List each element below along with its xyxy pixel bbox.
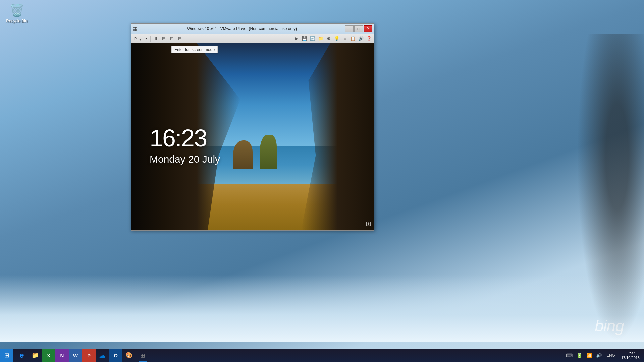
taskbar-clock[interactable]: 17:37 17/10/2013 — [619, 351, 642, 360]
toolbar-right-section: ▶ 💾 🔄 📁 ⚙ 💡 🖥 📋 🔊 ❓ — [293, 35, 373, 42]
keyboard-tray-icon[interactable]: ⌨ — [565, 352, 574, 359]
recycle-bin-label: Recycle Bin — [6, 19, 27, 23]
taskbar-apps: e 📁 X N W P ☁ O 🎨 ▦ — [13, 349, 565, 362]
lockscreen-date: Monday 20 July — [150, 154, 220, 165]
taskbar-outlook[interactable]: O — [109, 349, 122, 362]
toolbar-right-btn-7[interactable]: 🖥 — [341, 35, 348, 42]
toolbar-right-btn-4[interactable]: 📁 — [317, 35, 324, 42]
vmware-titlebar[interactable]: ▦ Windows 10 x64 - VMware Player (Non-co… — [131, 24, 374, 34]
taskbar-word[interactable]: W — [69, 349, 82, 362]
vm-resolution-icon[interactable]: ⊞ — [366, 220, 371, 228]
vmware-player-window: ▦ Windows 10 x64 - VMware Player (Non-co… — [131, 23, 374, 231]
player-label: Player — [134, 37, 145, 41]
player-dropdown-icon: ▾ — [145, 36, 147, 41]
taskbar-vmware[interactable]: ▦ — [136, 349, 149, 362]
clock-time: 17:37 — [626, 351, 635, 355]
taskbar-ie[interactable]: e — [15, 349, 29, 362]
taskbar-excel[interactable]: X — [42, 349, 55, 362]
pause-button[interactable]: ⏸ — [152, 35, 159, 42]
lockscreen-rock-2 — [260, 135, 277, 168]
penguin-decoration — [577, 34, 644, 342]
recycle-bin-icon[interactable]: 🗑️ Recycle Bin — [3, 3, 30, 23]
volume-tray-icon[interactable]: 🔊 — [595, 352, 603, 359]
player-menu-button[interactable]: Player ▾ — [132, 35, 149, 42]
taskbar-onenote[interactable]: N — [55, 349, 69, 362]
toolbar-right-btn-3[interactable]: 🔄 — [309, 35, 316, 42]
toolbar-right-btn-5[interactable]: ⚙ — [325, 35, 332, 42]
taskbar-powerpoint[interactable]: P — [82, 349, 96, 362]
window-controls: ─ □ ✕ — [345, 25, 372, 32]
taskbar-tray: ⌨ 🔋 📶 🔊 ENG 17:37 17/10/2013 — [565, 351, 644, 360]
fullscreen-button[interactable]: ⊡ — [168, 35, 175, 42]
minimize-button[interactable]: ─ — [345, 25, 354, 32]
vmware-title: Windows 10 x64 - VMware Player (Non-comm… — [139, 26, 345, 31]
toolbar-right-btn-8[interactable]: 📋 — [349, 35, 357, 42]
taskbar-paint[interactable]: 🎨 — [122, 349, 136, 362]
start-button[interactable]: ⊞ — [0, 349, 13, 362]
vmware-toolbar: Player ▾ ⏸ ⊞ ⊡ ⊟ ▶ 💾 🔄 📁 ⚙ 💡 🖥 📋 🔊 ❓ — [131, 34, 374, 43]
toolbar-right-btn-10[interactable]: ❓ — [365, 35, 373, 42]
language-indicator[interactable]: ENG — [604, 353, 617, 358]
maximize-button[interactable]: □ — [354, 25, 363, 32]
vmware-app-icon: ▦ — [133, 26, 137, 32]
win10-lockscreen[interactable]: 16:23 Monday 20 July — [131, 43, 374, 230]
lockscreen-time: 16:23 — [150, 124, 207, 152]
toolbar-right-btn-6[interactable]: 💡 — [333, 35, 340, 42]
taskbar-explorer[interactable]: 📁 — [29, 349, 42, 362]
toolbar-right-btn-2[interactable]: 💾 — [301, 35, 308, 42]
vm-viewport[interactable]: Enter full screen mode 16:23 Monday 20 J… — [131, 43, 374, 230]
unity-button[interactable]: ⊟ — [176, 35, 183, 42]
taskbar-onedrive[interactable]: ☁ — [96, 349, 109, 362]
toolbar-separator-1 — [150, 36, 151, 42]
battery-tray-icon[interactable]: 🔋 — [575, 352, 584, 359]
toolbar-right-btn-1[interactable]: ▶ — [293, 35, 300, 42]
fit-guest-button[interactable]: ⊞ — [160, 35, 167, 42]
lockscreen-rock-1 — [233, 140, 253, 169]
toolbar-right-btn-9[interactable]: 🔊 — [357, 35, 365, 42]
fullscreen-tooltip: Enter full screen mode — [171, 46, 218, 53]
recycle-bin-image: 🗑️ — [9, 3, 24, 17]
network-tray-icon[interactable]: 📶 — [585, 352, 593, 359]
clock-date: 17/10/2013 — [621, 355, 640, 360]
close-button[interactable]: ✕ — [364, 25, 372, 32]
start-icon: ⊞ — [4, 352, 9, 359]
taskbar: ⊞ e 📁 X N W P ☁ O 🎨 ▦ ⌨ 🔋 📶 🔊 ENG 17:37 … — [0, 349, 644, 362]
